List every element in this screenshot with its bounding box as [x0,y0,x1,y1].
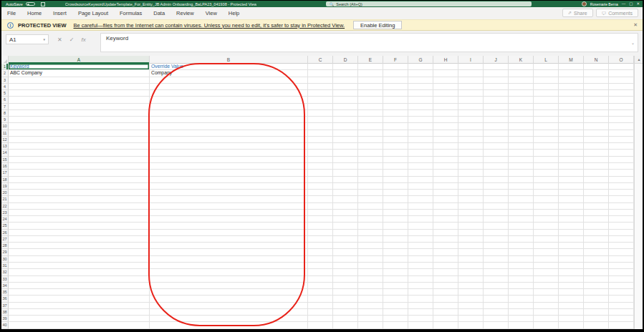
cell-B32[interactable] [150,269,308,275]
column-header-L[interactable]: L [534,56,559,64]
row-header-21[interactable]: 21 [1,196,9,202]
cell-L3[interactable] [534,77,559,84]
cell-I15[interactable] [458,157,484,163]
cell-H39[interactable] [433,316,458,322]
cell-C30[interactable] [308,256,333,263]
cell-L15[interactable] [534,157,559,163]
cell-K24[interactable] [509,216,534,223]
cell-K26[interactable] [509,230,534,236]
cell-C29[interactable] [308,249,333,255]
cell-G4[interactable] [408,84,433,90]
cell-O37[interactable] [609,303,634,309]
cell-N7[interactable] [584,104,609,110]
cell-B12[interactable] [150,137,308,143]
cell-E4[interactable] [358,84,383,90]
cell-K36[interactable] [509,296,534,302]
cell-K14[interactable] [509,150,534,156]
row-header-25[interactable]: 25 [1,223,9,229]
cell-E39[interactable] [358,316,383,322]
cell-H6[interactable] [433,97,458,103]
cell-J35[interactable] [484,289,509,296]
cell-A15[interactable] [9,157,150,163]
row-header-6[interactable]: 6 [1,97,9,103]
column-header-O[interactable]: O [609,56,634,64]
cell-E19[interactable] [358,183,383,190]
cell-B9[interactable] [150,117,308,123]
row-header-32[interactable]: 32 [1,269,9,275]
cell-M27[interactable] [559,236,584,243]
cell-O10[interactable] [609,123,634,130]
cell-F40[interactable] [383,322,408,328]
cell-N5[interactable] [584,90,609,97]
cell-M10[interactable] [559,123,584,130]
cell-L23[interactable] [534,210,559,216]
cell-J22[interactable] [484,203,509,210]
cell-K1[interactable] [509,64,534,70]
cell-L30[interactable] [534,256,559,263]
column-header-F[interactable]: F [383,56,408,64]
cell-I32[interactable] [458,269,484,275]
cell-B31[interactable] [150,263,308,269]
cell-A29[interactable] [9,249,150,255]
cell-J30[interactable] [484,256,509,263]
column-header-N[interactable]: N [584,56,609,64]
row-header-1[interactable]: 1 [1,64,9,70]
cell-H11[interactable] [433,130,458,137]
cell-F33[interactable] [383,276,408,283]
cell-D28[interactable] [333,243,358,249]
cell-F26[interactable] [383,230,408,236]
tab-view[interactable]: View [200,7,223,19]
row-header-14[interactable]: 14 [1,150,9,156]
cell-N39[interactable] [584,316,609,322]
cell-O1[interactable] [609,64,634,70]
cell-B1[interactable]: Override Value [150,64,308,70]
cell-H5[interactable] [433,90,458,97]
enter-icon[interactable]: ✓ [69,36,75,43]
cell-O4[interactable] [609,84,634,90]
cell-B11[interactable] [150,130,308,137]
cell-N34[interactable] [584,283,609,289]
cell-G32[interactable] [408,269,433,275]
cell-C12[interactable] [308,137,333,143]
minimize-icon[interactable]: — [622,1,626,7]
cell-M25[interactable] [559,223,584,229]
cell-L22[interactable] [534,203,559,210]
cell-K10[interactable] [509,123,534,130]
cell-N4[interactable] [584,84,609,90]
cell-M12[interactable] [559,137,584,143]
cell-M34[interactable] [559,283,584,289]
cell-I30[interactable] [458,256,484,263]
cell-N13[interactable] [584,143,609,150]
cell-H33[interactable] [433,276,458,283]
cell-B30[interactable] [150,256,308,263]
cell-M36[interactable] [559,296,584,302]
cell-D7[interactable] [333,104,358,110]
cell-L6[interactable] [534,97,559,103]
cell-J39[interactable] [484,316,509,322]
cell-A37[interactable] [9,303,150,309]
tab-page-layout[interactable]: Page Layout [72,7,114,19]
cell-I36[interactable] [458,296,484,302]
cell-O2[interactable] [609,70,634,77]
cell-M31[interactable] [559,263,584,269]
cell-I24[interactable] [458,216,484,223]
cell-O33[interactable] [609,276,634,283]
cell-K9[interactable] [509,117,534,123]
cell-J19[interactable] [484,183,509,190]
cell-M15[interactable] [559,157,584,163]
cell-I23[interactable] [458,210,484,216]
cell-A30[interactable] [9,256,150,263]
cell-M17[interactable] [559,170,584,176]
cell-G8[interactable] [408,110,433,117]
cell-B24[interactable] [150,216,308,223]
cell-K32[interactable] [509,269,534,275]
cell-H38[interactable] [433,309,458,316]
row-header-3[interactable]: 3 [1,77,9,84]
cell-K31[interactable] [509,263,534,269]
cell-I4[interactable] [458,84,484,90]
cell-I39[interactable] [458,316,484,322]
cell-D1[interactable] [333,64,358,70]
cell-G18[interactable] [408,177,433,183]
cell-F23[interactable] [383,210,408,216]
cell-N23[interactable] [584,210,609,216]
